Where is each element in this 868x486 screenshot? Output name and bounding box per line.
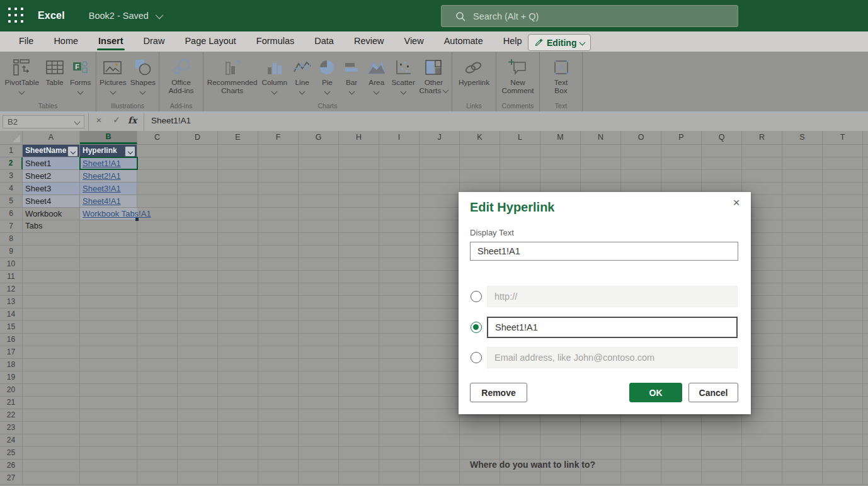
cell-D21[interactable] — [178, 397, 218, 409]
row-header-1[interactable]: 1 — [0, 145, 23, 157]
cell-B26[interactable] — [80, 460, 137, 472]
cell-S21[interactable] — [782, 397, 823, 409]
cell-H25[interactable] — [339, 447, 379, 459]
cell-R3[interactable] — [742, 170, 782, 182]
ok-button[interactable]: OK — [629, 383, 682, 402]
cell-B21[interactable] — [80, 397, 137, 409]
cell-E17[interactable] — [218, 346, 258, 358]
cell-H5[interactable] — [339, 195, 379, 207]
cell-E20[interactable] — [218, 384, 258, 396]
cell-S3[interactable] — [782, 170, 823, 182]
cell-F3[interactable] — [258, 170, 299, 182]
ribbon-button-other-charts[interactable]: Other Charts — [419, 57, 449, 95]
cell-H14[interactable] — [339, 308, 379, 320]
cell-T12[interactable] — [823, 283, 863, 295]
cell-J10[interactable] — [420, 258, 460, 270]
cell-E16[interactable] — [218, 334, 258, 346]
formula-input[interactable]: Sheet1!A1 — [151, 116, 191, 125]
cell-E27[interactable] — [218, 472, 258, 484]
cell-J16[interactable] — [420, 334, 460, 346]
cell-A20[interactable] — [23, 384, 80, 396]
cell-J22[interactable] — [420, 409, 460, 421]
row-header-21[interactable]: 21 — [0, 397, 23, 409]
cell-E15[interactable] — [218, 321, 258, 333]
column-header-t[interactable]: T — [823, 131, 863, 144]
ribbon-button-pivottable[interactable]: PivotTable — [4, 57, 40, 94]
ribbon-button-recommended-charts[interactable]: ?Recommended Charts — [207, 57, 258, 95]
cell-T10[interactable] — [823, 258, 863, 270]
cell-E1[interactable] — [218, 145, 258, 157]
cell-G23[interactable] — [299, 422, 339, 434]
cell-I23[interactable] — [379, 422, 420, 434]
cell-T11[interactable] — [823, 271, 863, 283]
cell-I24[interactable] — [379, 434, 420, 446]
cell-C15[interactable] — [137, 321, 178, 333]
cell-O26[interactable] — [621, 460, 661, 472]
cell-J27[interactable] — [420, 472, 460, 484]
cell-J3[interactable] — [420, 170, 460, 182]
cell-J23[interactable] — [420, 422, 460, 434]
cell-B3[interactable]: Sheet2!A1 — [80, 170, 137, 182]
cell-K24[interactable] — [460, 434, 500, 446]
cell-B13[interactable] — [80, 296, 137, 308]
cell-J24[interactable] — [420, 434, 460, 446]
column-header-o[interactable]: O — [621, 131, 661, 144]
cell-T27[interactable] — [823, 472, 863, 484]
cell-I14[interactable] — [379, 308, 420, 320]
cell-I13[interactable] — [379, 296, 420, 308]
row-header-13[interactable]: 13 — [0, 296, 23, 308]
name-box[interactable]: B2 — [3, 115, 84, 128]
cell-H13[interactable] — [339, 296, 379, 308]
cell-I22[interactable] — [379, 409, 420, 421]
cell-E22[interactable] — [218, 409, 258, 421]
cell-J15[interactable] — [420, 321, 460, 333]
filter-dropdown-icon[interactable] — [67, 146, 78, 157]
cell-D7[interactable] — [178, 220, 218, 232]
cell-D25[interactable] — [178, 447, 218, 459]
cell-F24[interactable] — [258, 434, 299, 446]
tab-insert[interactable]: Insert — [88, 31, 134, 52]
cell-S16[interactable] — [782, 334, 823, 346]
cell-D18[interactable] — [178, 359, 218, 371]
email-field[interactable] — [487, 347, 738, 368]
cell-O1[interactable] — [621, 145, 661, 157]
cell-G21[interactable] — [299, 397, 339, 409]
cell-E21[interactable] — [218, 397, 258, 409]
tab-formulas[interactable]: Formulas — [246, 31, 304, 52]
cell-A9[interactable] — [23, 246, 80, 257]
cell-B22[interactable] — [80, 409, 137, 421]
cell-S13[interactable] — [782, 296, 823, 308]
cell-J8[interactable] — [420, 233, 460, 245]
cell-I1[interactable] — [379, 145, 420, 157]
cell-G15[interactable] — [299, 321, 339, 333]
cell-I15[interactable] — [379, 321, 420, 333]
tab-page-layout[interactable]: Page Layout — [174, 31, 246, 52]
cell-P2[interactable] — [661, 157, 702, 169]
ribbon-button-table[interactable]: Table — [44, 57, 66, 87]
tab-data[interactable]: Data — [304, 31, 344, 52]
cell-I2[interactable] — [379, 157, 420, 169]
cell-G4[interactable] — [299, 183, 339, 195]
column-header-p[interactable]: P — [661, 131, 702, 144]
cell-D11[interactable] — [178, 271, 218, 283]
cell-C13[interactable] — [137, 296, 178, 308]
tab-home[interactable]: Home — [43, 31, 88, 52]
cell-H27[interactable] — [339, 472, 379, 484]
cell-S11[interactable] — [782, 271, 823, 283]
cell-J9[interactable] — [420, 246, 460, 257]
cell-C24[interactable] — [137, 434, 178, 446]
cell-S27[interactable] — [782, 472, 823, 484]
close-icon[interactable]: × — [728, 195, 745, 211]
cell-L3[interactable] — [500, 170, 540, 182]
url-field[interactable] — [487, 286, 738, 307]
cell-G7[interactable] — [299, 220, 339, 232]
chevron-down-icon[interactable] — [156, 11, 164, 19]
cell-S4[interactable] — [782, 183, 823, 195]
cell-Q23[interactable] — [702, 422, 742, 434]
select-all-corner[interactable] — [0, 131, 23, 144]
cell-Q26[interactable] — [702, 460, 742, 472]
document-title[interactable]: Book2 - Saved — [89, 11, 149, 21]
cell-R1[interactable] — [742, 145, 782, 157]
insert-function-icon[interactable]: fx — [128, 115, 137, 125]
cell-F15[interactable] — [258, 321, 299, 333]
